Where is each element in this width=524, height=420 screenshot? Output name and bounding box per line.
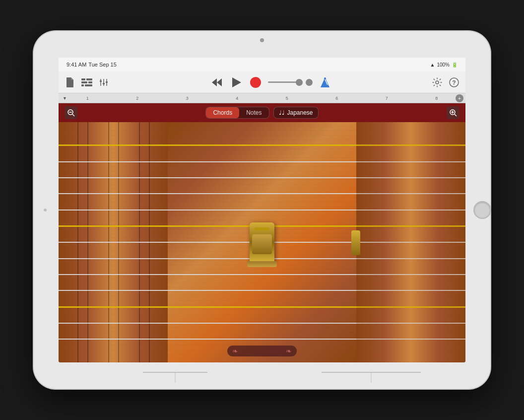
connector-right: [322, 372, 421, 373]
ipad-device: 9:41 AM Tue Sep 15 ▲ 100% 🔋: [34, 31, 490, 389]
right-string-13: [59, 339, 465, 340]
camera: [260, 38, 264, 42]
toolbar-left: [65, 77, 109, 88]
screen: 9:41 AM Tue Sep 15 ▲ 100% 🔋: [59, 58, 465, 362]
toolbar-center: [210, 76, 330, 89]
scale-icon: ♩♩: [279, 109, 285, 116]
svg-rect-9: [100, 80, 102, 82]
timeline-ruler[interactable]: ▼ 1 2 3 4 5 6 7 8 +: [59, 93, 465, 103]
new-song-icon[interactable]: [65, 77, 75, 88]
right-string-2: [59, 161, 465, 162]
svg-rect-3: [88, 81, 92, 83]
toolbar-right: ?: [432, 77, 459, 88]
status-left: 9:41 AM Tue Sep 15: [66, 62, 117, 68]
status-bar: 9:41 AM Tue Sep 15 ▲ 100% 🔋: [59, 58, 465, 71]
ruler-mark-3: 3: [162, 96, 212, 101]
time-display: 9:41 AM: [66, 62, 86, 68]
help-icon[interactable]: ?: [449, 77, 459, 88]
svg-marker-14: [232, 77, 241, 87]
right-panel[interactable]: [356, 122, 465, 362]
svg-rect-5: [85, 84, 92, 86]
play-button[interactable]: [230, 76, 243, 89]
scale-selector[interactable]: ♩♩ Japanese: [273, 107, 319, 119]
metronome-icon[interactable]: [320, 77, 330, 88]
right-string-5: [59, 210, 465, 210]
instrument-area: Chords Notes ♩♩ Japanese: [59, 103, 465, 362]
ruler-mark-6: 6: [312, 96, 362, 101]
add-track-button[interactable]: +: [456, 94, 463, 102]
right-string-3: [59, 177, 465, 178]
chords-tab[interactable]: Chords: [206, 107, 239, 118]
scroll-left-icon: ❧: [232, 347, 238, 355]
svg-marker-13: [212, 78, 217, 86]
right-string-12: [59, 323, 465, 324]
svg-rect-11: [106, 81, 108, 83]
date-display: Tue Sep 15: [88, 62, 116, 68]
zoom-right-button[interactable]: [447, 106, 459, 119]
svg-line-25: [455, 114, 457, 116]
right-string-9: [59, 274, 465, 275]
bridge-body: [252, 234, 272, 254]
ruler-mark-2: 2: [113, 96, 163, 101]
battery-icon: 🔋: [452, 62, 458, 68]
side-button[interactable]: [44, 209, 47, 211]
right-string-1: [59, 144, 465, 146]
scroll-right-icon: ❧: [286, 347, 292, 355]
svg-rect-0: [81, 78, 85, 80]
scroll-dots: · · · · · · · ·: [238, 349, 286, 353]
svg-rect-4: [81, 84, 84, 86]
ruler-mark-5: 5: [262, 96, 312, 101]
tempo-dot: [306, 79, 313, 86]
connector-left: [143, 372, 207, 373]
bridge-top: [255, 227, 269, 230]
battery-display: 100%: [437, 62, 450, 68]
ruler-mark-4: 4: [212, 96, 262, 101]
ruler-marks: 1 2 3 4 5 6 7 8: [63, 96, 461, 101]
koto-body: ❧ · · · · · · · · ❧: [59, 122, 465, 362]
settings-icon[interactable]: [432, 77, 443, 88]
right-string-10: [59, 290, 465, 291]
right-string-4: [59, 193, 465, 194]
koto-bridge: [250, 222, 274, 262]
toolbar: ?: [59, 71, 465, 93]
instrument-controls: Chords Notes ♩♩ Japanese: [59, 103, 465, 122]
svg-line-22: [72, 114, 74, 116]
record-button[interactable]: [250, 77, 261, 88]
notes-tab[interactable]: Notes: [239, 107, 268, 118]
ruler-mark-7: 7: [362, 96, 412, 101]
svg-rect-10: [103, 83, 105, 84]
scale-label: Japanese: [287, 109, 313, 116]
right-string-11: [59, 306, 465, 308]
svg-marker-12: [217, 78, 222, 86]
svg-text:?: ?: [452, 79, 456, 86]
tracks-icon[interactable]: [81, 77, 92, 88]
rewind-button[interactable]: [210, 76, 223, 89]
tempo-control[interactable]: [268, 79, 313, 86]
svg-rect-1: [86, 78, 92, 80]
zoom-left-button[interactable]: [65, 106, 77, 119]
ruler-mark-1: 1: [63, 96, 113, 101]
status-right: ▲ 100% 🔋: [430, 62, 458, 68]
scroll-bar[interactable]: ❧ · · · · · · · · ❧: [227, 346, 297, 356]
svg-point-17: [324, 77, 326, 79]
ruler-mark-8: 8: [412, 96, 462, 101]
mixer-icon[interactable]: [98, 77, 109, 88]
wifi-icon: ▲: [430, 62, 435, 68]
segment-control: Chords Notes: [205, 107, 269, 119]
home-button[interactable]: [473, 201, 491, 219]
svg-point-18: [436, 81, 439, 84]
svg-rect-2: [81, 81, 87, 83]
bridge-right: [351, 230, 360, 255]
